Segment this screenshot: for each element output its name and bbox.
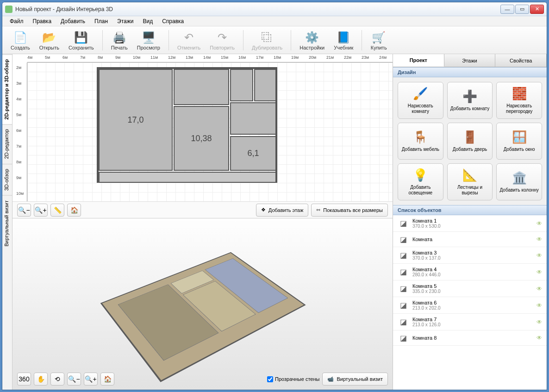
print-icon: 🖨️ — [112, 30, 127, 45]
right-tabs: ПроектЭтажиСвойства — [393, 54, 547, 67]
left-view-tabs: 2D-редактор и 3D-обзор2D-редактор3D-обзо… — [2, 54, 12, 390]
object-item-6[interactable]: ◪Комната 7213.0 x 126.0👁 — [393, 314, 547, 330]
pan-button[interactable]: ✋ — [34, 373, 48, 386]
main-toolbar: 📄Создать📂Открыть💾Сохранить🖨️Печать🖥️Прос… — [2, 26, 547, 54]
view-tab-3[interactable]: Виртуальный визит — [2, 195, 12, 251]
titlebar: Новый проект - Дизайн Интерьера 3D — ▭ ✕ — [2, 2, 547, 16]
visibility-icon[interactable]: 👁 — [537, 269, 542, 275]
right-tab-Свойства[interactable]: Свойства — [495, 54, 547, 67]
3d-view[interactable]: 360 ✋ ⟲ 🔍− 🔍+ 🏠 Прозрачные стены 📹Виртуа… — [12, 218, 393, 390]
transparent-walls-checkbox[interactable]: Прозрачные стены — [267, 376, 319, 382]
objects-section-header: Список объектов — [393, 205, 547, 215]
object-item-7[interactable]: ◪Комната 8👁 — [393, 330, 547, 346]
menu-Добавить[interactable]: Добавить — [56, 17, 90, 26]
room-2[interactable]: 10,38 — [174, 106, 229, 171]
virtual-visit-button[interactable]: 📹Виртуальный визит — [322, 373, 388, 386]
room-bottom-strip[interactable] — [99, 172, 276, 183]
add-column-icon: 🏛️ — [512, 171, 527, 185]
menu-Правка[interactable]: Правка — [28, 17, 56, 26]
print-button[interactable]: 🖨️Печать — [107, 28, 131, 52]
show-dimensions-button[interactable]: ⇿Показывать все размеры — [311, 204, 388, 217]
object-item-2[interactable]: ◪Комната 3370.0 x 137.0👁 — [393, 247, 547, 264]
save-button[interactable]: 💾Сохранить — [65, 28, 98, 52]
home-3d-button[interactable]: 🏠 — [100, 373, 114, 386]
preview-button[interactable]: 🖥️Просмотр — [133, 28, 164, 52]
room-1[interactable]: 17,0 — [99, 69, 173, 171]
add-door-icon: 🚪 — [462, 130, 477, 144]
draw-partition-button[interactable]: 🧱Нарисовать перегородку — [496, 82, 542, 119]
2d-controls: 🔍− 🔍+ 📏 🏠 ❖Добавить этаж ⇿Показывать все… — [12, 201, 393, 218]
visibility-icon[interactable]: 👁 — [537, 220, 542, 227]
camera-icon: 📹 — [327, 376, 334, 382]
object-item-1[interactable]: ◪Комната👁 — [393, 232, 547, 247]
room-small-1[interactable] — [230, 69, 253, 101]
right-tab-Проект[interactable]: Проект — [393, 54, 444, 67]
add-room-button[interactable]: ➕Добавить комнату — [447, 82, 493, 119]
menu-Файл[interactable]: Файл — [5, 17, 28, 26]
cube-icon: ◪ — [398, 333, 409, 342]
new-button[interactable]: 📄Создать — [7, 28, 34, 52]
add-furniture-icon: 🪑 — [413, 130, 428, 144]
object-item-4[interactable]: ◪Комната 5335.0 x 230.0👁 — [393, 280, 547, 297]
undo-button: ↶Отменить — [174, 28, 204, 52]
menu-Вид[interactable]: Вид — [138, 17, 157, 26]
rotate-button[interactable]: ⟲ — [50, 373, 64, 386]
add-window-button[interactable]: 🪟Добавить окно — [496, 123, 542, 160]
redo-button: ↷Повторить — [206, 28, 238, 52]
visibility-icon[interactable]: 👁 — [537, 319, 542, 325]
maximize-button[interactable]: ▭ — [515, 5, 529, 14]
draw-room-button[interactable]: 🖌️Нарисовать комнату — [398, 82, 443, 119]
zoom-out-button[interactable]: 🔍− — [17, 204, 31, 217]
visibility-icon[interactable]: 👁 — [537, 286, 542, 292]
zoom-out-3d-button[interactable]: 🔍− — [67, 373, 81, 386]
manual-button[interactable]: 📘Учебник — [330, 28, 357, 52]
preview-icon: 🖥️ — [141, 30, 156, 45]
room-small-2[interactable] — [254, 69, 276, 101]
redo-icon: ↷ — [215, 30, 230, 45]
close-button[interactable]: ✕ — [530, 5, 544, 14]
menubar: ФайлПравкаДобавитьПланЭтажиВидСправка — [2, 16, 547, 26]
stairs-button[interactable]: 📐Лестницы и вырезы — [447, 163, 493, 200]
open-button[interactable]: 📂Открыть — [36, 28, 63, 52]
add-column-button[interactable]: 🏛️Добавить колонну — [496, 163, 542, 200]
layers-icon: ❖ — [261, 207, 266, 213]
save-icon: 💾 — [74, 30, 88, 45]
visibility-icon[interactable]: 👁 — [537, 335, 542, 341]
menu-Этажи[interactable]: Этажи — [112, 17, 138, 26]
duplicate-icon: ⿻ — [260, 30, 274, 45]
settings-button[interactable]: ⚙️Настройки — [296, 28, 328, 52]
visibility-icon[interactable]: 👁 — [537, 302, 542, 309]
right-tab-Этажи[interactable]: Этажи — [444, 54, 496, 67]
view-tab-2[interactable]: 3D-обзор — [2, 164, 12, 195]
rotate360-button[interactable]: 360 — [17, 373, 31, 386]
add-light-button[interactable]: 💡Добавить освещение — [398, 163, 443, 200]
room-small-3[interactable] — [230, 102, 276, 135]
ruler-button[interactable]: 📏 — [50, 204, 64, 217]
zoom-in-3d-button[interactable]: 🔍+ — [84, 373, 98, 386]
minimize-button[interactable]: — — [500, 5, 514, 14]
object-item-5[interactable]: ◪Комната 6213.0 x 202.0👁 — [393, 297, 547, 314]
add-floor-button[interactable]: ❖Добавить этаж — [256, 204, 308, 217]
view-tab-1[interactable]: 2D-редактор — [2, 124, 12, 163]
ruler-horizontal: 4м5м6м7м8м9м10м11м12м13м14м15м16м17м18м1… — [27, 54, 393, 62]
add-door-button[interactable]: 🚪Добавить дверь — [447, 123, 493, 160]
3d-model — [100, 252, 306, 382]
view-tab-0[interactable]: 2D-редактор и 3D-обзор — [2, 54, 12, 124]
room-3[interactable]: 6,1 — [230, 136, 276, 171]
visibility-icon[interactable]: 👁 — [537, 252, 542, 259]
2d-canvas[interactable]: 17,0 10,38 6,1 — [27, 62, 393, 201]
room-hall[interactable] — [174, 69, 229, 105]
object-item-3[interactable]: ◪Комната 4280.0 x 446.0👁 — [393, 264, 547, 280]
add-furniture-button[interactable]: 🪑Добавить мебель — [398, 123, 443, 160]
dimensions-icon: ⇿ — [316, 207, 320, 213]
buy-button[interactable]: 🛒Купить — [367, 28, 391, 52]
visibility-icon[interactable]: 👁 — [537, 236, 542, 243]
zoom-in-button[interactable]: 🔍+ — [34, 204, 48, 217]
floorplan[interactable]: 17,0 10,38 6,1 — [97, 67, 277, 183]
object-item-0[interactable]: ◪Комната 1370.0 x 530.0👁 — [393, 215, 547, 232]
cube-icon: ◪ — [398, 301, 409, 310]
home-button[interactable]: 🏠 — [67, 204, 81, 217]
menu-Справка[interactable]: Справка — [157, 17, 188, 26]
menu-План[interactable]: План — [90, 17, 112, 26]
design-section-header: Дизайн — [393, 67, 547, 77]
